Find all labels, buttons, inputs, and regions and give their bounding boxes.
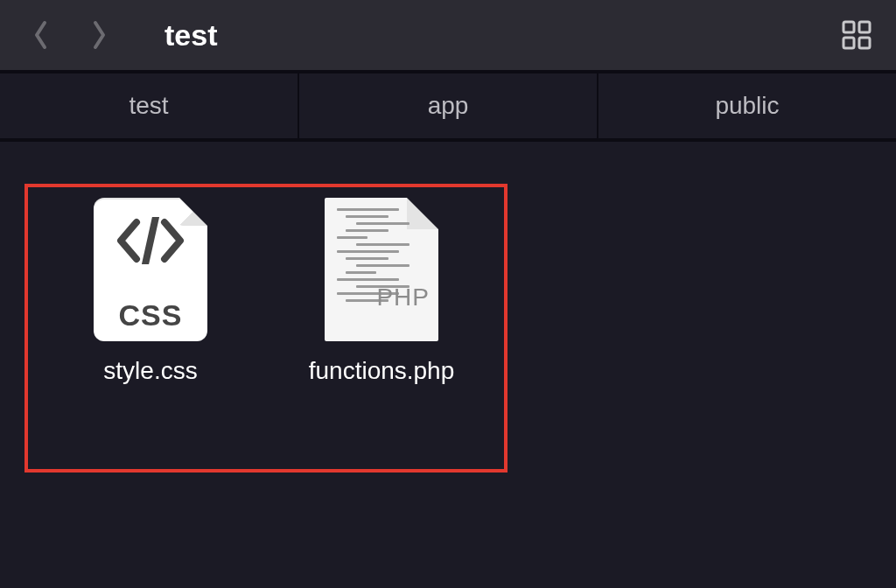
breadcrumb-label: public xyxy=(715,92,779,120)
chevron-right-icon xyxy=(90,19,108,51)
svg-rect-0 xyxy=(844,22,854,32)
php-file-icon: PHP xyxy=(325,198,438,341)
breadcrumb-item-public[interactable]: public xyxy=(598,74,896,138)
svg-rect-2 xyxy=(844,38,854,48)
back-button[interactable] xyxy=(21,15,61,55)
code-brackets-icon xyxy=(94,217,207,268)
breadcrumb-item-app[interactable]: app xyxy=(299,74,598,138)
svg-rect-1 xyxy=(859,22,870,32)
file-type-label: CSS xyxy=(94,298,207,332)
breadcrumb-label: test xyxy=(129,92,168,120)
files-area: CSS style.css PHP functions.php xyxy=(0,142,896,588)
css-file-icon: CSS xyxy=(94,198,207,341)
file-type-label: PHP xyxy=(376,284,430,312)
grid-icon xyxy=(842,20,872,50)
toolbar: test xyxy=(0,0,896,70)
forward-button[interactable] xyxy=(79,15,119,55)
breadcrumb: test app public xyxy=(0,70,896,142)
svg-line-4 xyxy=(145,217,156,264)
breadcrumb-item-test[interactable]: test xyxy=(0,74,299,138)
view-grid-button[interactable] xyxy=(842,20,872,50)
folder-title: test xyxy=(164,18,217,52)
svg-rect-3 xyxy=(859,38,870,48)
breadcrumb-label: app xyxy=(428,92,469,120)
chevron-left-icon xyxy=(32,19,50,51)
